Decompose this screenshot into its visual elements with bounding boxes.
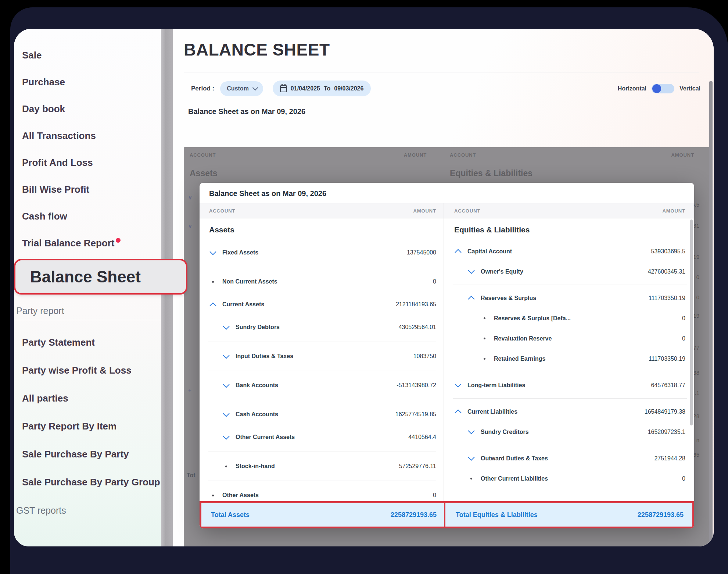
chevron-down-icon[interactable] bbox=[467, 456, 475, 461]
chevron-down-icon[interactable] bbox=[467, 269, 475, 274]
account-label: Bank Accounts bbox=[236, 382, 278, 389]
sidebar-item-cash-flow[interactable]: Cash flow bbox=[14, 203, 161, 230]
chevron-down-icon[interactable] bbox=[222, 412, 230, 417]
orientation-toggle[interactable] bbox=[652, 84, 674, 93]
sidebar-item-all-transactions[interactable]: All Transactions bbox=[14, 122, 161, 149]
header-left-half: ACCOUNT AMOUNT bbox=[200, 203, 444, 218]
account-label: Input Duties & Taxes bbox=[236, 353, 293, 360]
sidebar-item-sale[interactable]: Sale bbox=[14, 42, 161, 69]
report-subtitle: Balance Sheet as on Mar 09, 2026 bbox=[188, 107, 714, 116]
table-row-reserves-surplus-defa[interactable]: Reserves & Surplus [Defa...0 bbox=[444, 308, 694, 328]
table-row-other-assets[interactable]: Other Assets0 bbox=[200, 484, 444, 501]
chevron-up-icon[interactable] bbox=[454, 249, 462, 254]
account-label: Sundry Creditors bbox=[481, 429, 529, 435]
sidebar-item-sale-purchase-by-party[interactable]: Sale Purchase By Party bbox=[14, 440, 161, 468]
table-row-sundry-creditors[interactable]: Sundry Creditors1652097235.1 bbox=[444, 422, 694, 442]
table-row-cash-accounts[interactable]: Cash Accounts1625774519.85 bbox=[200, 403, 444, 426]
row-divider bbox=[208, 371, 436, 371]
table-row-owner-s-equity[interactable]: Owner's Equity427600345.31 bbox=[444, 261, 694, 282]
total-amount: 2258729193.65 bbox=[391, 511, 437, 519]
table-row-sundry-debtors[interactable]: Sundry Debtors430529564.01 bbox=[200, 316, 444, 339]
chevron-down-icon[interactable] bbox=[467, 429, 475, 434]
table-row-non-current-assets[interactable]: Non Current Assets0 bbox=[200, 270, 444, 293]
account-label: Owner's Equity bbox=[481, 268, 523, 275]
account-label: Other Assets bbox=[222, 492, 259, 499]
table-row-outward-duties-taxes[interactable]: Outward Duties & Taxes2751944.28 bbox=[444, 448, 694, 468]
totals-highlight: Total Assets 2258729193.65 Total Equitie… bbox=[200, 501, 694, 528]
sidebar-item-profit-and-loss[interactable]: Profit And Loss bbox=[14, 149, 161, 176]
account-label: Other Current Liabilities bbox=[481, 475, 548, 482]
chevron-up-icon[interactable] bbox=[454, 409, 462, 414]
account-label: Capital Account bbox=[467, 248, 512, 255]
section-label-text: GST reports bbox=[16, 505, 66, 516]
chevron-down-icon[interactable] bbox=[222, 383, 230, 388]
account-amount: 0 bbox=[682, 315, 685, 322]
toolbar: Period : Custom 01/04/2025 To 09/03/2026… bbox=[173, 81, 714, 96]
account-amount: 1625774519.85 bbox=[395, 411, 436, 418]
account-label: Non Current Assets bbox=[222, 278, 277, 285]
account-amount: -513143980.72 bbox=[397, 382, 436, 389]
table-row-bank-accounts[interactable]: Bank Accounts-513143980.72 bbox=[200, 374, 444, 397]
table-row-retained-earnings[interactable]: Retained Earnings111703350.19 bbox=[444, 349, 694, 369]
amount-header: AMOUNT bbox=[663, 208, 685, 214]
sidebar: SalePurchaseDay bookAll TransactionsProf… bbox=[14, 29, 161, 546]
table-row-current-liabilities[interactable]: Current Liabilities1654849179.38 bbox=[444, 402, 694, 422]
row-divider bbox=[208, 342, 436, 342]
chevron-down-icon[interactable] bbox=[222, 354, 230, 359]
chevron-up-icon[interactable] bbox=[467, 296, 475, 300]
sidebar-item-sale-purchase-by-party-group[interactable]: Sale Purchase By Party Group bbox=[14, 468, 161, 496]
sidebar-item-label: Sale Purchase By Party bbox=[22, 449, 129, 460]
bullet-icon bbox=[209, 281, 216, 283]
table-row-revaluation-reserve[interactable]: Revaluation Reserve0 bbox=[444, 328, 694, 349]
row-divider bbox=[208, 481, 436, 481]
table-row-other-current-assets[interactable]: Other Current Assets4410564.4 bbox=[200, 426, 444, 449]
table-row-current-assets[interactable]: Current Assets2121184193.65 bbox=[200, 293, 444, 316]
sidebar-party-group: Party StatementParty wise Profit & LossA… bbox=[14, 328, 161, 496]
chevron-up-icon[interactable] bbox=[209, 302, 216, 307]
account-label: Other Current Assets bbox=[236, 434, 295, 441]
sidebar-item-label: Profit And Loss bbox=[22, 157, 93, 168]
sidebar-item-party-statement[interactable]: Party Statement bbox=[14, 328, 161, 356]
sidebar-item-party-wise-profit-loss[interactable]: Party wise Profit & Loss bbox=[14, 356, 161, 384]
sidebar-item-party-report-by-item[interactable]: Party Report By Item bbox=[14, 412, 161, 440]
table-row-long-term-liabilities[interactable]: Long-term Liabilities64576318.77 bbox=[444, 375, 694, 395]
assets-column: AssetsFixed Assets137545000Non Current A… bbox=[200, 218, 444, 501]
table-row-fixed-assets[interactable]: Fixed Assets137545000 bbox=[200, 241, 444, 264]
date-to: 09/03/2026 bbox=[334, 85, 363, 92]
sidebar-item-bill-wise-profit[interactable]: Bill Wise Profit bbox=[14, 176, 161, 203]
sidebar-item-all-parties[interactable]: All parties bbox=[14, 384, 161, 412]
row-divider bbox=[208, 400, 436, 400]
account-label: Sundry Debtors bbox=[236, 324, 280, 331]
sidebar-item-label: All Transactions bbox=[22, 130, 96, 142]
notification-dot-icon bbox=[116, 238, 121, 243]
sidebar-item-trial-balance-report[interactable]: Trial Balance Report bbox=[14, 230, 161, 257]
modal-scrollbar[interactable] bbox=[690, 220, 693, 425]
main-scrollbar[interactable] bbox=[709, 81, 713, 544]
sidebar-item-purchase[interactable]: Purchase bbox=[14, 69, 161, 96]
row-divider bbox=[453, 372, 687, 372]
sidebar-item-label: Bill Wise Profit bbox=[22, 184, 89, 195]
chevron-down-icon[interactable] bbox=[209, 250, 216, 255]
account-label: Reserves & Surplus [Defa... bbox=[494, 315, 571, 322]
account-label: Fixed Assets bbox=[222, 249, 258, 256]
account-amount: 1654849179.38 bbox=[645, 409, 685, 415]
table-row-input-duties-taxes[interactable]: Input Duties & Taxes1083750 bbox=[200, 345, 444, 368]
sidebar-item-day-book[interactable]: Day book bbox=[14, 96, 161, 122]
date-to-label: To bbox=[324, 85, 330, 92]
dim-number-fragment: n bbox=[696, 437, 699, 443]
table-row-reserves-surplus[interactable]: Reserves & Surplus111703350.19 bbox=[444, 288, 694, 308]
chevron-down-icon[interactable] bbox=[222, 435, 230, 440]
dim-header-text: AMOUNT bbox=[671, 152, 694, 158]
dim-header-text: AMOUNT bbox=[404, 152, 427, 158]
sidebar-top-group: SalePurchaseDay bookAll TransactionsProf… bbox=[14, 42, 161, 257]
table-row-other-current-liabilities[interactable]: Other Current Liabilities0 bbox=[444, 468, 694, 489]
period-dropdown[interactable]: Custom bbox=[220, 81, 263, 96]
chevron-down-icon[interactable] bbox=[454, 383, 462, 388]
date-range-picker[interactable]: 01/04/2025 To 09/03/2026 bbox=[273, 81, 371, 96]
table-row-capital-account[interactable]: Capital Account539303695.5 bbox=[444, 241, 694, 261]
sidebar-item-balance-sheet[interactable]: Balance Sheet bbox=[14, 259, 187, 295]
row-divider bbox=[453, 285, 687, 285]
dim-number-fragment: 0 bbox=[696, 294, 699, 300]
table-row-stock-in-hand[interactable]: Stock-in-hand572529776.11 bbox=[200, 455, 444, 478]
chevron-down-icon[interactable] bbox=[222, 325, 230, 330]
